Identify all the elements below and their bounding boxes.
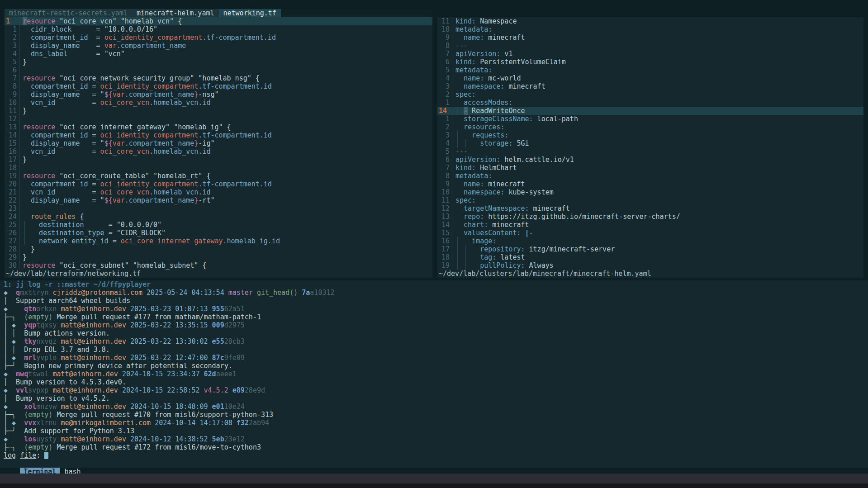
editor-line: 17│ │ repository: itzg/minecraft-server [437,245,863,253]
line-number: 26 [5,229,19,237]
buffer-tab-minecraft-helm.yaml[interactable]: minecraft-helm.yaml [132,9,219,17]
editor-line: 2 compartment_id = oci_identity_compartm… [5,33,432,42]
line-number: 13 [5,123,19,131]
line-number: 1 [5,17,19,25]
line-number: 10 [437,25,452,33]
editor-line: 28 } [5,245,432,253]
editor-line: 10 vcn_id = oci_core_vcn.homelab_vcn.id [5,99,432,107]
editor-line: 7kind: HelmChart [437,164,863,172]
jj-log-line: ◆ losuysty matt@einhorn.dev 2024-10-12 1… [4,435,868,443]
line-number: 5 [5,58,19,66]
line-number: 14 [437,221,452,229]
editor-line: 10 namespace: kube-system [437,188,863,196]
jj-log-line: │ │ Drop EOL 3.7 and 3.8. [4,346,868,354]
editor-pane-left[interactable]: minecraft-restic-secrets.yamlminecraft-h… [5,9,432,278]
editor-line: 16 vcn_id = oci_core_vcn.homelab_vcn.id [5,147,432,156]
statusline-path-left: ~/dev/lab/terraform/networking.tf [5,270,432,278]
terminal-pane[interactable]: 1: jj log -r ::master ~/d/ffpyplayer ◆ q… [0,280,868,468]
jj-log-line: │ Bump version to 4.5.3.dev0. [4,378,868,386]
line-number: 2 [5,33,19,42]
line-number: 1 [437,115,452,123]
buffer-tab-networking.tf[interactable]: networking.tf [219,9,281,17]
jj-log-line: │ Bump version to v4.5.2. [4,394,868,403]
editor-line: 4 name: mc-world [437,74,863,82]
terminal-statusline: Terminalbash [4,460,868,468]
line-number: 5 [437,66,452,74]
editor-line: 25│ destination = "0.0.0.0/0" [5,221,432,229]
line-number: 19 [5,172,19,180]
editor-line: 5} [5,58,432,66]
jj-log-line: │ Support aarch64 wheel builds [4,297,868,305]
bufferline: minecraft-restic-secrets.yamlminecraft-h… [5,9,432,17]
line-number: 10 [437,188,452,196]
editor-pane-right[interactable]: 11kind: Namespace10metadata:9 name: mine… [437,17,863,278]
line-number: 4 [437,74,452,82]
line-number: 16 [437,237,452,245]
line-number: 30 [5,261,19,270]
line-number: 7 [437,50,452,58]
editor-line: 10metadata: [437,25,863,33]
line-number: 7 [437,164,452,172]
line-number: 15 [437,229,452,237]
jj-log-line: ◆ xolmnzvw matt@einhorn.dev 2024-10-15 1… [4,403,868,411]
editor-line: 12 targetNamespace: minecraft [437,204,863,213]
line-number: 4 [5,50,19,58]
jj-log-line: ├─╯ Begin new primary device after poten… [4,362,868,370]
editor-line: 9 display_name = "${var.compartment_name… [5,90,432,99]
editor-line: 15 display_name = "${var.compartment_nam… [5,139,432,147]
jj-log-line: ◆ mwqtswol matt@einhorn.dev 2024-10-15 2… [4,370,868,378]
line-number: 11 [437,196,452,204]
jj-log-line: ◆ vvlsvpxp matt@einhorn.dev 2024-10-15 2… [4,386,868,394]
buffer-tab-minecraft-restic-secrets.yaml[interactable]: minecraft-restic-secrets.yaml [5,9,132,17]
line-number: 20 [5,180,19,188]
editor-line: 16│ image: [437,237,863,245]
line-number: 2 [437,123,452,131]
terminal-prompt[interactable]: log file: [4,451,868,460]
line-number: 19 [437,261,452,270]
jj-log-output: ◆ qmxttryn cjriddz@protonmail.com 2025-0… [4,289,868,451]
line-number: 8 [5,82,19,90]
line-number: 6 [437,58,452,66]
editor-line: 27│ network_entity_id = oci_core_interne… [5,237,432,245]
line-number: 18 [5,164,19,172]
line-number: 10 [5,99,19,107]
editor-line: 4 dns_label = "vcn" [5,50,432,58]
editor-line: 11spec: [437,196,863,204]
editor-line: 21 vcn_id = oci_core_vcn.homelab_vcn.id [5,188,432,196]
line-number: 6 [5,66,19,74]
editor-line: 6kind: PersistentVolumeClaim [437,58,863,66]
jj-log-line: │ │ Bump actions version. [4,329,868,337]
editor-line: 18 [5,164,432,172]
line-number: 1 [5,25,19,33]
editor-line: 8--- [437,42,863,50]
editor-line: 20 compartment_id = oci_identity_compart… [5,180,432,188]
line-number: 3 [437,82,452,90]
zellij-status-bar: ZellijLOCKEDTab #1Tab #2Tab #3Tab #4 [0,474,868,483]
jj-log-line: │ ◆ tkynxvqz matt@einhorn.dev 2025-03-22… [4,337,868,346]
line-number: 7 [5,74,19,82]
line-number: 17 [5,156,19,164]
editor-line: 13 repo: https://itzg.github.io/minecraf… [437,213,863,221]
editor-line: 19│ │ pullPolicy: Always [437,261,863,270]
editor-line: 8 compartment_id = oci_identity_compartm… [5,82,432,90]
line-number: 2 [437,90,452,99]
jj-log-line: │ ◆ mrlyvplo matt@einhorn.dev 2025-03-22… [4,354,868,362]
editor-left-lines: 1resource "oci_core_vcn" "homelab_vcn" {… [5,17,432,270]
editor-line: 6apiVersion: helm.cattle.io/v1 [437,156,863,164]
line-number: 14 [437,107,452,115]
line-number: 6 [437,156,452,164]
editor-line: 7resource "oci_core_network_security_gro… [5,74,432,82]
editor-line: 30resource "oci_core_subnet" "homelab_su… [5,261,432,270]
editor-line: 9 name: minecraft [437,33,863,42]
line-number: 5 [437,147,452,156]
line-number: 25 [5,221,19,229]
editor-line: 14 chart: minecraft [437,221,863,229]
line-number: 15 [5,139,19,147]
editor-line: 23 [5,204,432,213]
line-number: 17 [437,245,452,253]
editor-line: 19resource "oci_core_route_table" "homel… [5,172,432,180]
jj-log-line: ├─╮ (empty) Merge pull request #172 from… [4,443,868,451]
editor-line: 14 compartment_id = oci_identity_compart… [5,131,432,139]
editor-line: 12 [5,115,432,123]
editor-line: 14│ - ReadWriteOnce [437,107,863,115]
